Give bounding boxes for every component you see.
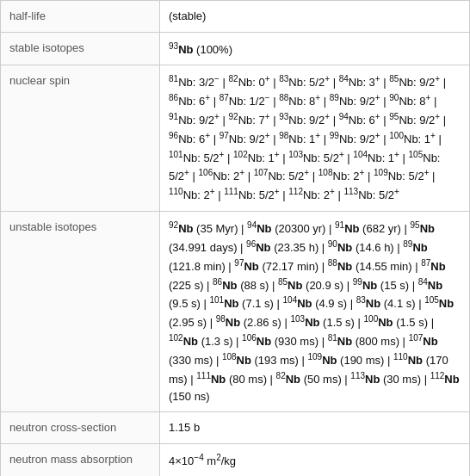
row-value: 81Nb: 3/2− | 82Nb: 0+ | 83Nb: 5/2+ | 84N… <box>160 65 470 212</box>
row-label: half-life <box>1 1 160 33</box>
row-value: (stable) <box>160 1 470 33</box>
row-label: nuclear spin <box>1 65 160 212</box>
table-row: stable isotopes93Nb (100%) <box>1 32 470 65</box>
properties-table: half-life(stable)stable isotopes93Nb (10… <box>0 0 470 476</box>
row-label: neutron mass absorption <box>1 443 160 476</box>
row-label: stable isotopes <box>1 32 160 65</box>
table-row: half-life(stable) <box>1 1 470 33</box>
table-row: nuclear spin81Nb: 3/2− | 82Nb: 0+ | 83Nb… <box>1 65 470 212</box>
table-row: neutron cross-section1.15 b <box>1 412 470 444</box>
row-value: 93Nb (100%) <box>160 32 470 65</box>
row-value: 4×10−4 m2/kg <box>160 443 470 476</box>
row-label: neutron cross-section <box>1 412 160 444</box>
row-value: 92Nb (35 Myr) | 94Nb (20300 yr) | 91Nb (… <box>160 212 470 412</box>
row-label: unstable isotopes <box>1 212 160 412</box>
table-row: neutron mass absorption4×10−4 m2/kg <box>1 443 470 476</box>
row-value: 1.15 b <box>160 412 470 444</box>
table-row: unstable isotopes92Nb (35 Myr) | 94Nb (2… <box>1 212 470 412</box>
